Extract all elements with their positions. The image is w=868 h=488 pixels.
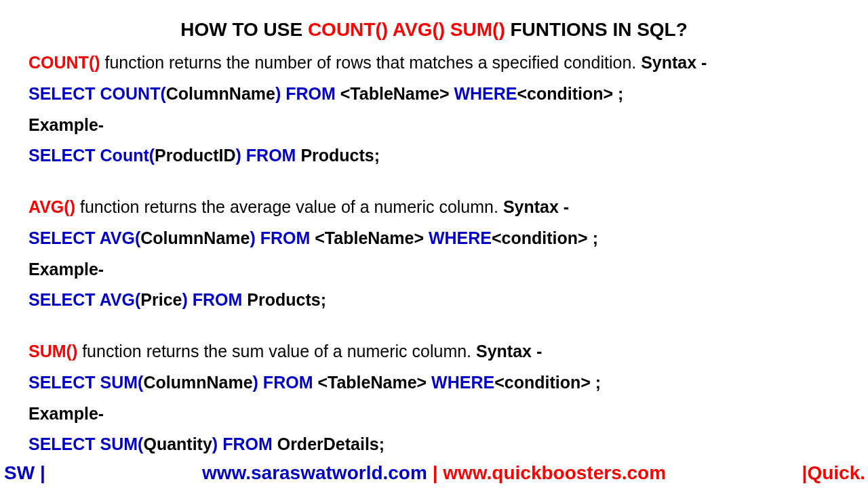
kw-from: ) FROM: [253, 373, 318, 392]
page-title: HOW TO USE COUNT() AVG() SUM() FUNTIONS …: [0, 0, 868, 47]
col-placeholder: ColumnName: [166, 84, 275, 103]
footer-url1: www.saraswatworld.com: [202, 462, 427, 483]
count-example-line: SELECT Count(ProductID) FROM Products;: [28, 140, 840, 171]
tbl-placeholder: <TableName>: [315, 228, 429, 247]
count-name: COUNT(): [28, 53, 100, 72]
count-desc-line: COUNT() function returns the number of r…: [28, 47, 840, 79]
count-syntax-line: SELECT COUNT(ColumnName) FROM <TableName…: [28, 79, 840, 110]
kw-select: SELECT Count(: [28, 146, 155, 165]
ex-tbl: OrderDetails;: [277, 434, 384, 453]
kw-select: SELECT AVG(: [28, 290, 140, 309]
avg-syntax-line: SELECT AVG(ColumnName) FROM <TableName> …: [28, 223, 840, 254]
content-body: COUNT() function returns the number of r…: [0, 47, 868, 460]
ex-col: ProductID: [155, 146, 235, 165]
col-placeholder: ColumnName: [140, 228, 250, 247]
footer-center: www.saraswatworld.com | www.quickbooster…: [0, 462, 868, 484]
kw-where: WHERE: [429, 228, 492, 247]
sum-example-line: SELECT SUM(Quantity) FROM OrderDetails;: [28, 429, 840, 460]
kw-where: WHERE: [431, 373, 494, 392]
ex-col: Quantity: [143, 434, 212, 453]
count-syntax-label: Syntax -: [641, 53, 707, 72]
kw-where: WHERE: [454, 84, 517, 103]
ex-tbl: Products;: [300, 146, 380, 165]
avg-name: AVG(): [28, 197, 75, 216]
avg-desc-line: AVG() function returns the average value…: [28, 192, 840, 223]
sum-example-label: Example-: [28, 399, 840, 430]
footer-url2: www.quickboosters.com: [443, 462, 666, 483]
kw-from: ) FROM: [275, 84, 340, 103]
footer-right: |Quick.: [802, 462, 865, 484]
cond-placeholder: <condition> ;: [492, 228, 598, 247]
title-funcs: COUNT() AVG() SUM(): [308, 19, 505, 40]
kw-from: ) FROM: [236, 146, 301, 165]
kw-from: ) FROM: [250, 228, 315, 247]
avg-syntax-label: Syntax -: [503, 197, 569, 216]
spacer: [28, 171, 840, 192]
kw-from: ) FROM: [182, 290, 247, 309]
kw-select: SELECT SUM(: [28, 373, 143, 392]
kw-select: SELECT SUM(: [28, 434, 143, 453]
kw-select: SELECT COUNT(: [28, 84, 166, 103]
kw-select: SELECT AVG(: [28, 228, 140, 247]
count-example-label: Example-: [28, 110, 840, 141]
avg-example-line: SELECT AVG(Price) FROM Products;: [28, 285, 840, 316]
sum-desc-line: SUM() function returns the sum value of …: [28, 336, 840, 367]
title-post: FUNTIONS IN SQL?: [505, 19, 688, 40]
col-placeholder: ColumnName: [143, 373, 252, 392]
sum-desc: function returns the sum value of a nume…: [77, 342, 476, 361]
kw-from: ) FROM: [212, 434, 277, 453]
cond-placeholder: <condition> ;: [517, 84, 624, 103]
sum-syntax-label: Syntax -: [476, 342, 542, 361]
ex-col: Price: [140, 290, 182, 309]
ex-tbl: Products;: [247, 290, 326, 309]
tbl-placeholder: <TableName>: [340, 84, 454, 103]
sum-syntax-line: SELECT SUM(ColumnName) FROM <TableName> …: [28, 367, 840, 399]
tbl-placeholder: <TableName>: [317, 373, 431, 392]
avg-example-label: Example-: [28, 254, 840, 285]
count-desc: function returns the number of rows that…: [100, 53, 642, 72]
title-pre: HOW TO USE: [180, 19, 308, 40]
spacer: [28, 316, 840, 336]
avg-desc: function returns the average value of a …: [75, 197, 503, 216]
sum-name: SUM(): [28, 342, 77, 361]
cond-placeholder: <condition> ;: [494, 373, 601, 392]
footer-sep: |: [427, 462, 443, 483]
